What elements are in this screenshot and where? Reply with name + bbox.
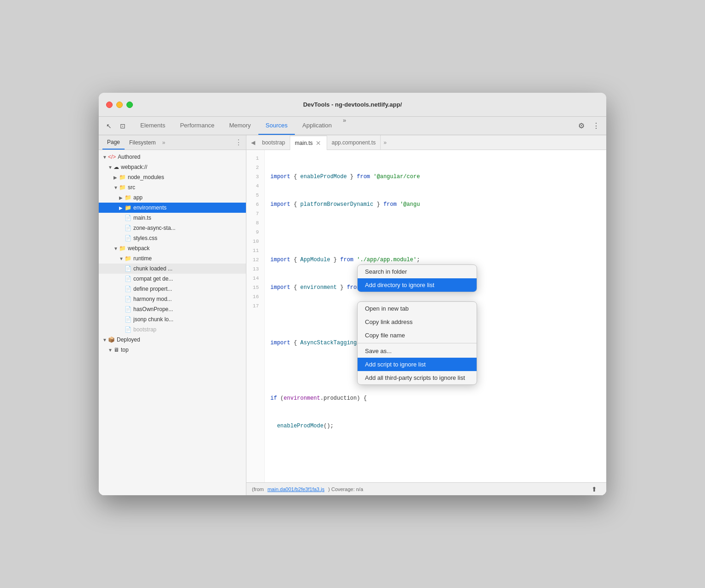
line-num: 4 (248, 181, 263, 191)
tree-item-harmony-mod[interactable]: 📄 harmony mod... (99, 294, 246, 304)
tree-label: compat get de... (133, 276, 173, 282)
line-num: 8 (248, 218, 263, 228)
ctx-add-directory-to-ignore[interactable]: Add directory to ignore list (358, 278, 477, 292)
tree-item-has-own-property[interactable]: 📄 hasOwnPrope... (99, 304, 246, 314)
folder-icon: 📁 (119, 174, 126, 180)
tree-arrow: ▶ (114, 175, 119, 180)
line-num: 9 (248, 228, 263, 237)
tab-memory[interactable]: Memory (222, 117, 258, 135)
ctx-add-all-third-party[interactable]: Add all third-party scripts to ignore li… (358, 371, 477, 384)
js-icon: 📄 (125, 276, 131, 282)
cursor-icon[interactable]: ↖ (102, 120, 115, 132)
ctx-save-as[interactable]: Save as... (358, 344, 477, 358)
tree-item-environments[interactable]: ▶ 📁 environments (99, 203, 246, 213)
tree-label: node_modules (128, 174, 164, 180)
tab-close-icon[interactable]: ✕ (315, 139, 322, 147)
tab-nav-left[interactable]: ◀ (248, 136, 257, 149)
tree-item-deployed[interactable]: ▼ 📦 Deployed (99, 335, 246, 345)
tree-item-jsonp-chunk[interactable]: 📄 jsonp chunk lo... (99, 314, 246, 324)
folder-icon: 📁 (125, 194, 131, 201)
tree-item-bootstrap[interactable]: 📄 bootstrap (99, 324, 246, 335)
close-button[interactable] (106, 102, 113, 108)
settings-icon[interactable]: ⚙ (575, 120, 588, 132)
tree-arrow: ▼ (119, 256, 125, 261)
tree-item-app[interactable]: ▶ 📁 app (99, 192, 246, 203)
tree-item-compat-get[interactable]: 📄 compat get de... (99, 274, 246, 284)
line-num: 14 (248, 274, 263, 283)
tree-item-chunk-loaded[interactable]: 📄 chunk loaded ... (99, 264, 246, 274)
ctx-open-new-tab[interactable]: Open in new tab (358, 302, 477, 315)
folder-icon: 📁 (125, 204, 131, 211)
context-menu-environments: Search in folder Add directory to ignore… (357, 264, 477, 292)
ctx-search-in-folder[interactable]: Search in folder (358, 265, 477, 278)
more-options-icon[interactable]: ⋮ (590, 120, 603, 132)
tree-arrow: ▼ (114, 185, 119, 190)
devtools-window: DevTools - ng-devtools.netlify.app/ ↖ ⊡ … (99, 93, 606, 495)
tree-item-node-modules[interactable]: ▶ 📁 node_modules (99, 172, 246, 182)
left-panel: Page Filesystem » ⋮ ▼ </> Authored ▼ ☁ (99, 135, 246, 495)
css-icon: 📄 (125, 235, 131, 241)
tab-elements[interactable]: Elements (133, 117, 173, 135)
line-num: 10 (248, 237, 263, 246)
tree-arrow: ▶ (119, 195, 125, 200)
js-icon: 📄 (125, 316, 131, 323)
tree-item-styles-css[interactable]: 📄 styles.css (99, 233, 246, 243)
tree-item-runtime[interactable]: ▼ 📁 runtime (99, 253, 246, 264)
ctx-add-script-ignore[interactable]: Add script to ignore list (358, 358, 477, 371)
code-line (270, 449, 606, 458)
panel-menu-icon[interactable]: ⋮ (235, 138, 242, 147)
line-num: 16 (248, 292, 263, 301)
tab-sources[interactable]: Sources (258, 117, 295, 135)
devtools-icon[interactable]: ⊡ (116, 120, 129, 132)
code-line: enableProdMode(); (270, 421, 606, 431)
expand-icon[interactable]: ⬆ (588, 483, 601, 496)
ts-icon: 📄 (125, 225, 131, 231)
tree-arrow: ▼ (102, 337, 108, 342)
tree-item-main-ts[interactable]: 📄 main.ts (99, 213, 246, 223)
tree-item-authored[interactable]: ▼ </> Authored (99, 152, 246, 162)
status-link[interactable]: main.da001/b2fe3f1fa3.js (268, 486, 325, 492)
tab-page[interactable]: Page (102, 135, 125, 150)
tree-item-top[interactable]: ▼ 🖥 top (99, 345, 246, 355)
tree-arrow: ▼ (102, 155, 108, 160)
folder-icon: 📁 (125, 255, 131, 262)
tree-item-webpack-root[interactable]: ▼ ☁ webpack:// (99, 162, 246, 172)
js-icon: 📄 (125, 265, 131, 272)
panel-tab-overflow[interactable]: » (160, 139, 167, 146)
code-line (270, 228, 606, 237)
tree-label: top (121, 347, 129, 353)
js-icon: 📄 (125, 286, 131, 292)
tree-label: jsonp chunk lo... (133, 316, 173, 323)
minimize-button[interactable] (116, 102, 123, 108)
tab-overflow-button[interactable]: » (339, 117, 350, 135)
maximize-button[interactable] (126, 102, 133, 108)
editor-tab-overflow[interactable]: » (381, 139, 389, 146)
line-num: 11 (248, 246, 263, 255)
tree-label: Deployed (117, 336, 140, 343)
tab-application[interactable]: Application (295, 117, 339, 135)
tree-label: app (133, 194, 143, 201)
tree-arrow: ▶ (119, 205, 125, 210)
editor-tabs: ◀ bootstrap main.ts ✕ app.component.ts » (246, 135, 606, 150)
tree-item-src[interactable]: ▼ 📁 src (99, 182, 246, 192)
tree-arrow: ▼ (108, 165, 114, 170)
tree-arrow: ▼ (114, 246, 119, 251)
tree-label: styles.css (133, 235, 157, 241)
tree-label: chunk loaded ... (133, 265, 173, 272)
editor-tab-bootstrap[interactable]: bootstrap (257, 135, 290, 150)
editor-tab-app-component[interactable]: app.component.ts (327, 135, 381, 150)
tab-performance[interactable]: Performance (173, 117, 221, 135)
tab-filesystem[interactable]: Filesystem (125, 135, 160, 150)
code-line: import { enableProdMode } from '@angular… (270, 172, 606, 181)
tree-item-define-property[interactable]: 📄 define propert... (99, 284, 246, 294)
status-text2: ) Coverage: n/a (328, 486, 363, 492)
ctx-copy-file-name[interactable]: Copy file name (358, 329, 477, 342)
code-line: if (environment.production) { (270, 394, 606, 403)
tree-label: environments (133, 204, 167, 211)
ctx-divider (358, 343, 477, 343)
ctx-copy-link-address[interactable]: Copy link address (358, 315, 477, 329)
tree-item-webpack[interactable]: ▼ 📁 webpack (99, 243, 246, 253)
editor-tab-main-ts[interactable]: main.ts ✕ (290, 136, 327, 150)
status-text: (from (252, 486, 264, 492)
tree-item-zone-async[interactable]: 📄 zone-async-sta... (99, 223, 246, 233)
